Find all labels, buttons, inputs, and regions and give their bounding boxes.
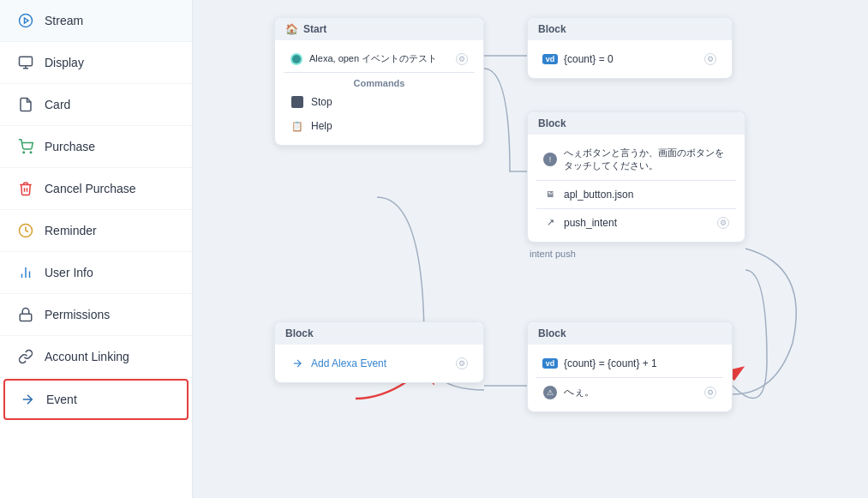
event-icon	[19, 391, 36, 408]
sidebar-item-card[interactable]: Card	[0, 84, 192, 126]
add-arrow-icon	[290, 357, 304, 370]
card-icon	[17, 96, 34, 113]
count0-gear: ⚙	[704, 53, 716, 65]
display-icon	[17, 54, 34, 71]
svg-point-6	[30, 152, 32, 153]
japanese-divider1	[536, 180, 736, 181]
block-count0: Block vd {count} = 0 ⚙	[527, 17, 733, 79]
stop-icon	[290, 95, 304, 109]
push-intent-dot: ⚙	[717, 217, 729, 229]
hee-dot: ⚙	[704, 387, 716, 399]
cancel-purchase-icon	[17, 180, 34, 197]
warning-icon: !	[543, 153, 557, 166]
svg-point-0	[20, 15, 33, 27]
svg-rect-11	[20, 314, 32, 321]
japanese-text-row[interactable]: ! へぇボタンと言うか、画面のボタンをタッチしてください。	[536, 141, 736, 178]
var-badge-icon: vd	[543, 52, 557, 66]
command-stop[interactable]: Stop	[284, 90, 475, 114]
sidebar-label-reminder: Reminder	[45, 224, 97, 237]
block-japanese-body: ! へぇボタンと言うか、画面のボタンをタッチしてください。 🖥 apl_butt…	[528, 135, 745, 242]
block-count0-body: vd {count} = 0 ⚙	[528, 40, 732, 78]
block-alexa-event: Block Add Alexa Event ⚙	[274, 321, 484, 383]
sidebar-label-permissions: Permissions	[45, 308, 110, 321]
hee-warning-icon: ⚠	[543, 386, 557, 399]
japanese-text: へぇボタンと言うか、画面のボタンをタッチしてください。	[564, 147, 729, 173]
hee-row[interactable]: ⚠ へぇ。 ⚙	[536, 380, 723, 405]
help-icon: 📋	[290, 119, 304, 133]
teal-dot	[292, 55, 301, 63]
sidebar-item-user-info[interactable]: User Info	[0, 252, 192, 294]
sidebar-item-display[interactable]: Display	[0, 42, 192, 84]
sidebar-label-cancel-purchase: Cancel Purchase	[45, 182, 136, 195]
sidebar-label-stream: Stream	[45, 14, 83, 27]
purchase-icon	[17, 138, 34, 155]
count0-label: {count} = 0	[564, 53, 697, 65]
intent-push-label: intent push	[530, 249, 576, 259]
start-intent-row[interactable]: Alexa, open イベントのテスト ⚙	[284, 47, 475, 70]
add-alexa-event-label: Add Alexa Event	[311, 357, 449, 369]
start-block-header: 🏠 Start	[275, 18, 483, 40]
sidebar-item-account-linking[interactable]: Account Linking	[0, 336, 192, 378]
count-inc-row[interactable]: vd {count} = {count} + 1	[536, 351, 723, 375]
sidebar-item-reminder[interactable]: Reminder	[0, 210, 192, 252]
help-label: Help	[311, 120, 332, 132]
push-intent-row[interactable]: ↗ push_intent ⚙	[536, 211, 736, 235]
block-alexa-event-body: Add Alexa Event ⚙	[275, 345, 483, 382]
block-count-inc-header: Block	[528, 322, 732, 345]
sidebar-label-account-linking: Account Linking	[45, 350, 129, 363]
add-alexa-event-row[interactable]: Add Alexa Event ⚙	[284, 351, 475, 375]
home-icon: 🏠	[285, 23, 298, 35]
push-intent-label: push_intent	[564, 217, 710, 229]
svg-rect-2	[20, 57, 33, 66]
hee-label: へぇ。	[564, 385, 697, 399]
sidebar-label-event: Event	[46, 393, 77, 406]
block-japanese-header: Block	[528, 112, 745, 135]
block-count-inc-body: vd {count} = {count} + 1 ⚠ へぇ。 ⚙	[528, 345, 732, 411]
block-alexa-event-header: Block	[275, 322, 483, 345]
start-block: 🏠 Start Alexa, open イベントのテスト ⚙ Commands …	[274, 17, 484, 146]
sidebar-item-cancel-purchase[interactable]: Cancel Purchase	[0, 168, 192, 210]
user-info-icon	[17, 264, 34, 281]
push-intent-icon: ↗	[543, 216, 557, 230]
apl-button-label: apl_button.json	[564, 189, 729, 201]
display-row-icon: 🖥	[543, 188, 557, 201]
block-count-inc: Block vd {count} = {count} + 1 ⚠ へぇ。 ⚙	[527, 321, 733, 412]
settings-dot: ⚙	[456, 53, 468, 65]
sidebar-item-stream[interactable]: Stream	[0, 0, 192, 42]
main-canvas: 🏠 Start Alexa, open イベントのテスト ⚙ Commands …	[193, 0, 868, 498]
sidebar-item-permissions[interactable]: Permissions	[0, 294, 192, 336]
sidebar-label-user-info: User Info	[45, 266, 93, 279]
sidebar-label-purchase: Purchase	[45, 140, 95, 153]
sidebar: Stream Display Card Purchase	[0, 0, 193, 498]
sidebar-item-event[interactable]: Event	[3, 379, 189, 420]
intent-label: Alexa, open イベントのテスト	[309, 52, 449, 65]
start-block-body: Alexa, open イベントのテスト ⚙ Commands Stop 📋 H…	[275, 40, 483, 145]
sidebar-label-display: Display	[45, 56, 84, 69]
permissions-icon	[17, 306, 34, 323]
stop-label: Stop	[311, 96, 332, 108]
reminder-icon	[17, 222, 34, 239]
sidebar-item-purchase[interactable]: Purchase	[0, 126, 192, 168]
commands-label: Commands	[284, 75, 475, 90]
divider-1	[284, 72, 475, 73]
count0-row[interactable]: vd {count} = 0 ⚙	[536, 47, 723, 71]
account-linking-icon	[17, 348, 34, 365]
apl-button-row[interactable]: 🖥 apl_button.json	[536, 183, 736, 207]
cyan-dot-icon	[290, 53, 302, 65]
var-badge-icon2: vd	[543, 357, 557, 370]
alexa-event-dot: ⚙	[456, 357, 468, 369]
stream-icon	[17, 12, 34, 29]
block-japanese: Block ! へぇボタンと言うか、画面のボタンをタッチしてください。 🖥 ap…	[527, 111, 745, 243]
japanese-divider2	[536, 208, 736, 209]
count-inc-divider	[536, 377, 723, 378]
svg-marker-1	[25, 18, 29, 23]
svg-point-5	[23, 152, 25, 153]
block-count0-header: Block	[528, 18, 732, 40]
sidebar-label-card: Card	[45, 98, 70, 111]
command-help[interactable]: 📋 Help	[284, 114, 475, 138]
count-inc-label: {count} = {count} + 1	[564, 357, 716, 369]
